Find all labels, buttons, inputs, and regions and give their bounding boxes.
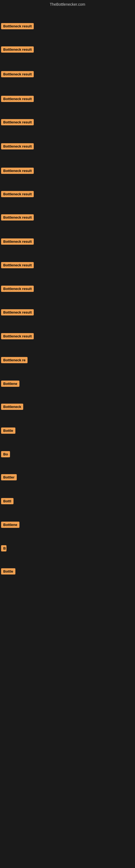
badge-wrapper-7: Bottleneck result: [1, 167, 34, 175]
bottleneck-badge-12[interactable]: Bottleneck result: [1, 286, 34, 292]
badge-wrapper-13: Bottleneck result: [1, 309, 34, 316]
bottleneck-badge-11[interactable]: Bottleneck result: [1, 262, 34, 268]
badge-wrapper-5: Bottleneck result: [1, 119, 34, 126]
badge-wrapper-18: Bottle: [1, 428, 15, 435]
badge-wrapper-2: Bottleneck result: [1, 46, 34, 54]
bottleneck-badge-21[interactable]: Bottl: [1, 498, 13, 504]
badge-wrapper-11: Bottleneck result: [1, 262, 34, 269]
bottleneck-badge-3[interactable]: Bottleneck result: [1, 71, 34, 77]
badge-wrapper-6: Bottleneck result: [1, 143, 34, 151]
badge-wrapper-23: B: [1, 545, 6, 553]
bottleneck-badge-1[interactable]: Bottleneck result: [1, 23, 34, 29]
bottleneck-badge-19[interactable]: Bo: [1, 451, 10, 457]
badge-wrapper-21: Bottl: [1, 498, 13, 505]
bottleneck-badge-24[interactable]: Bottle: [1, 568, 15, 575]
bottleneck-badge-23[interactable]: B: [1, 545, 6, 552]
site-title-container: TheBottlenecker.com: [0, 0, 135, 8]
bottleneck-badge-8[interactable]: Bottleneck result: [1, 191, 34, 197]
bottleneck-badge-9[interactable]: Bottleneck result: [1, 214, 34, 220]
bottleneck-badge-5[interactable]: Bottleneck result: [1, 119, 34, 125]
bottleneck-badge-20[interactable]: Bottler: [1, 474, 17, 480]
bottleneck-badge-4[interactable]: Bottleneck result: [1, 96, 34, 102]
badge-wrapper-15: Bottleneck re: [1, 357, 28, 364]
bottleneck-badge-6[interactable]: Bottleneck result: [1, 143, 34, 150]
badge-wrapper-10: Bottleneck result: [1, 239, 34, 246]
badges-container: Bottleneck resultBottleneck resultBottle…: [0, 8, 135, 868]
bottleneck-badge-15[interactable]: Bottleneck re: [1, 357, 28, 363]
badge-wrapper-19: Bo: [1, 451, 10, 458]
badge-wrapper-8: Bottleneck result: [1, 191, 34, 198]
bottleneck-badge-2[interactable]: Bottleneck result: [1, 46, 34, 53]
badge-wrapper-24: Bottle: [1, 568, 15, 576]
bottleneck-badge-13[interactable]: Bottleneck result: [1, 309, 34, 315]
badge-wrapper-1: Bottleneck result: [1, 23, 34, 30]
bottleneck-badge-18[interactable]: Bottle: [1, 428, 15, 434]
bottleneck-badge-10[interactable]: Bottleneck result: [1, 239, 34, 245]
badge-wrapper-3: Bottleneck result: [1, 71, 34, 79]
bottleneck-badge-22[interactable]: Bottlene: [1, 522, 19, 528]
bottleneck-badge-14[interactable]: Bottleneck result: [1, 333, 34, 339]
badge-wrapper-16: Bottlene: [1, 380, 19, 388]
badge-wrapper-9: Bottleneck result: [1, 214, 34, 222]
site-title: TheBottlenecker.com: [0, 0, 135, 8]
badge-wrapper-4: Bottleneck result: [1, 96, 34, 103]
bottleneck-badge-17[interactable]: Bottleneck: [1, 404, 23, 410]
badge-wrapper-22: Bottlene: [1, 522, 19, 529]
badge-wrapper-14: Bottleneck result: [1, 333, 34, 340]
badge-wrapper-17: Bottleneck: [1, 404, 23, 411]
bottleneck-badge-16[interactable]: Bottlene: [1, 380, 19, 387]
bottleneck-badge-7[interactable]: Bottleneck result: [1, 167, 34, 174]
badge-wrapper-20: Bottler: [1, 474, 17, 482]
badge-wrapper-12: Bottleneck result: [1, 286, 34, 293]
